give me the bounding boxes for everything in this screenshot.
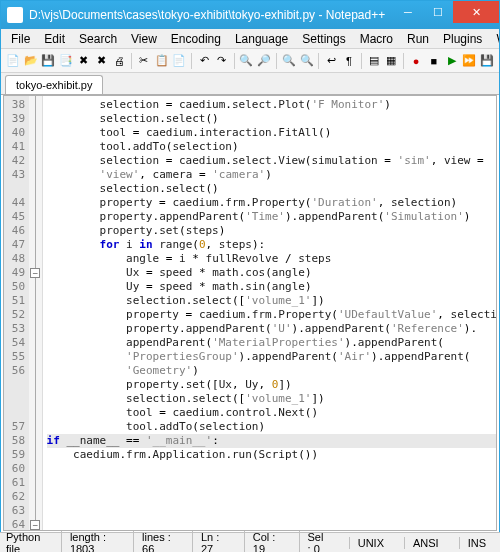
menu-edit[interactable]: Edit: [38, 30, 71, 48]
doc-map-icon[interactable]: ▦: [384, 53, 400, 69]
close-all-icon[interactable]: ✖: [94, 53, 110, 69]
menu-macro[interactable]: Macro: [354, 30, 399, 48]
print-icon[interactable]: 🖨: [111, 53, 127, 69]
status-mode: INS: [459, 537, 494, 549]
macro-repeat-icon[interactable]: ⏩: [461, 53, 477, 69]
zoom-in-icon[interactable]: 🔍: [281, 53, 297, 69]
menu-window[interactable]: Window: [490, 30, 500, 48]
fold-margin[interactable]: −−: [29, 96, 42, 530]
show-chars-icon[interactable]: ¶: [341, 53, 357, 69]
status-ln: Ln : 27: [192, 531, 232, 553]
status-lines: lines : 66: [133, 531, 180, 553]
zoom-out-icon[interactable]: 🔍: [299, 53, 315, 69]
line-number-gutter: 38 39 40 41 42 43 44 45 46 47 48 49 50 5…: [4, 96, 29, 530]
macro-record-icon[interactable]: ●: [408, 53, 424, 69]
app-icon: [7, 7, 23, 23]
fold-toggle-icon[interactable]: −: [30, 520, 40, 530]
macro-stop-icon[interactable]: ■: [426, 53, 442, 69]
minimize-button[interactable]: ─: [393, 1, 423, 23]
toolbar: 📄 📂 💾 📑 ✖ ✖ 🖨 ✂ 📋 📄 ↶ ↷ 🔍 🔎 🔍 🔍 ↩ ¶ ▤ ▦ …: [1, 49, 499, 73]
status-length: length : 1803: [61, 531, 121, 553]
menu-bar: File Edit Search View Encoding Language …: [1, 29, 499, 49]
menu-run[interactable]: Run: [401, 30, 435, 48]
status-sel: Sel : 0: [299, 531, 337, 553]
fold-toggle-icon[interactable]: −: [30, 268, 40, 278]
save-icon[interactable]: 💾: [40, 53, 56, 69]
status-col: Col : 19: [244, 531, 287, 553]
paste-icon[interactable]: 📄: [171, 53, 187, 69]
menu-search[interactable]: Search: [73, 30, 123, 48]
tab-bar: tokyo-exhibit.py: [1, 73, 499, 95]
status-eol: UNIX: [349, 537, 392, 549]
window-titlebar: D:\vjs\Documents\cases\tokyo-exhibit\tok…: [1, 1, 499, 29]
find-icon[interactable]: 🔍: [239, 53, 255, 69]
status-enc: ANSI: [404, 537, 447, 549]
menu-encoding[interactable]: Encoding: [165, 30, 227, 48]
menu-file[interactable]: File: [5, 30, 36, 48]
menu-plugins[interactable]: Plugins: [437, 30, 488, 48]
copy-icon[interactable]: 📋: [154, 53, 170, 69]
new-file-icon[interactable]: 📄: [5, 53, 21, 69]
close-button[interactable]: ✕: [453, 1, 499, 23]
replace-icon[interactable]: 🔎: [256, 53, 272, 69]
redo-icon[interactable]: ↷: [214, 53, 230, 69]
menu-view[interactable]: View: [125, 30, 163, 48]
macro-save-icon[interactable]: 💾: [479, 53, 495, 69]
save-all-icon[interactable]: 📑: [58, 53, 74, 69]
status-bar: Python file length : 1803 lines : 66 Ln …: [0, 532, 500, 552]
wrap-icon[interactable]: ↩: [323, 53, 339, 69]
menu-language[interactable]: Language: [229, 30, 294, 48]
window-title: D:\vjs\Documents\cases\tokyo-exhibit\tok…: [29, 8, 393, 22]
code-editor[interactable]: 38 39 40 41 42 43 44 45 46 47 48 49 50 5…: [3, 95, 497, 531]
undo-icon[interactable]: ↶: [196, 53, 212, 69]
indent-guide-icon[interactable]: ▤: [366, 53, 382, 69]
cut-icon[interactable]: ✂: [136, 53, 152, 69]
macro-play-icon[interactable]: ▶: [444, 53, 460, 69]
maximize-button[interactable]: ☐: [423, 1, 453, 23]
open-file-icon[interactable]: 📂: [23, 53, 39, 69]
menu-settings[interactable]: Settings: [296, 30, 351, 48]
close-file-icon[interactable]: ✖: [76, 53, 92, 69]
status-lang: Python file: [6, 531, 49, 553]
tab-file[interactable]: tokyo-exhibit.py: [5, 75, 103, 94]
code-area[interactable]: selection = caedium.select.Plot('F Monit…: [43, 96, 496, 530]
